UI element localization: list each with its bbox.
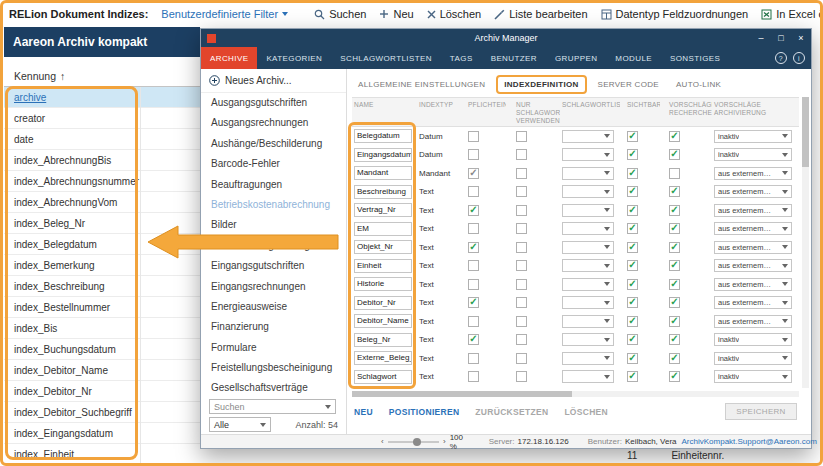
nur-schlagworte-checkbox[interactable] <box>516 334 527 345</box>
schlagwortliste-select[interactable] <box>562 185 614 198</box>
kennung-row-index-bemerkung[interactable]: index_Bemerkung <box>4 255 200 276</box>
pflichteingabe-checkbox[interactable] <box>468 149 479 160</box>
sichtbar-checkbox[interactable]: ✓ <box>627 149 638 160</box>
pflichteingabe-checkbox[interactable] <box>468 131 479 142</box>
tab-auto-link[interactable]: AUTO-LINK <box>676 80 721 89</box>
pflichteingabe-checkbox[interactable] <box>468 316 479 327</box>
pflichteingabe-checkbox[interactable] <box>468 186 479 197</box>
kennung-row-index-belegdatum[interactable]: index_Belegdatum <box>4 234 200 255</box>
vorschlaege-recherche-checkbox[interactable]: ✓ <box>669 260 680 271</box>
kennung-row-index-eingangsdatum[interactable]: index_Eingangsdatum <box>4 423 200 444</box>
pflichteingabe-checkbox[interactable]: ✓ <box>468 334 479 345</box>
dialog-titlebar[interactable]: Archiv Manager – □ × <box>201 29 811 47</box>
archive-item-bilder[interactable]: Bilder <box>201 215 346 235</box>
nur-schlagworte-checkbox[interactable] <box>516 131 527 142</box>
vorschlaege-archivierung-select[interactable]: aus externem… <box>714 241 792 254</box>
filter-dropdown[interactable]: Benutzerdefinierte Filter <box>161 8 288 20</box>
nur-schlagworte-checkbox[interactable] <box>516 353 527 364</box>
nur-schlagworte-checkbox[interactable] <box>516 186 527 197</box>
nur-schlagworte-checkbox[interactable] <box>516 316 527 327</box>
schlagwortliste-select[interactable] <box>562 204 614 217</box>
archive-item-ausgangsgutschriften[interactable]: Ausgangsgutschriften <box>201 93 346 113</box>
vorschlaege-recherche-checkbox[interactable]: ✓ <box>669 205 680 216</box>
pflichteingabe-checkbox[interactable]: ✓ <box>468 297 479 308</box>
name-input[interactable]: Beschreibung <box>354 185 412 199</box>
nur-schlagworte-checkbox[interactable] <box>516 260 527 271</box>
search-button[interactable]: Suchen <box>314 8 366 20</box>
kennung-row-date[interactable]: date <box>4 129 200 150</box>
kennung-row-index-abrechnungvom[interactable]: index_AbrechnungVom <box>4 192 200 213</box>
sichtbar-checkbox[interactable]: ✓ <box>627 279 638 290</box>
vorschlaege-recherche-checkbox[interactable]: ✓ <box>669 242 680 253</box>
vorschlaege-archivierung-select[interactable]: inaktiv <box>714 130 792 143</box>
archive-item-betriebskostenabrechnung[interactable]: Betriebskostenabrechnung <box>201 195 346 215</box>
vorschlaege-archivierung-select[interactable]: aus externem… <box>714 296 792 309</box>
kennung-row-index-bis[interactable]: index_Bis <box>4 318 200 339</box>
nur-schlagworte-checkbox[interactable] <box>516 223 527 234</box>
nur-schlagworte-checkbox[interactable] <box>516 371 527 382</box>
schlagwortliste-select[interactable] <box>562 259 614 272</box>
vertical-scrollbar-thumb[interactable] <box>802 97 809 167</box>
sichtbar-checkbox[interactable]: ✓ <box>627 316 638 327</box>
menu-kategorien[interactable]: KATEGORIEN <box>257 47 331 69</box>
nur-schlagworte-checkbox[interactable] <box>516 242 527 253</box>
vorschlaege-recherche-checkbox[interactable]: ✓ <box>669 149 680 160</box>
menu-sonstiges[interactable]: SONSTIGES <box>661 47 729 69</box>
menu-schlagwortlisten[interactable]: SCHLAGWORTLISTEN <box>331 47 441 69</box>
archive-filter-select[interactable]: Alle <box>209 417 271 432</box>
sichtbar-checkbox[interactable]: ✓ <box>627 168 638 179</box>
tab-server-code[interactable]: SERVER CODE <box>598 80 659 89</box>
archive-item-beauftragungen[interactable]: Beauftragungen <box>201 175 346 195</box>
archive-search-input[interactable]: Suchen <box>209 399 336 414</box>
schlagwortliste-select[interactable] <box>562 333 614 346</box>
kennung-row-index-beschreibung[interactable]: index_Beschreibung <box>4 276 200 297</box>
kennung-column-header[interactable]: Kennung ↑ <box>4 57 200 87</box>
sichtbar-checkbox[interactable]: ✓ <box>627 242 638 253</box>
schlagwortliste-select[interactable] <box>562 130 614 143</box>
datatype-mapping-button[interactable]: Datentyp Feldzuordnungen <box>601 8 749 20</box>
vorschlaege-archivierung-select[interactable]: inaktiv <box>714 333 792 346</box>
archive-item-freistellungsbescheinigung[interactable]: Freistellungsbescheinigung <box>201 358 346 378</box>
action-positionieren[interactable]: POSITIONIEREN <box>389 407 460 417</box>
vorschlaege-recherche-checkbox[interactable] <box>669 168 680 179</box>
name-input[interactable]: Einheit <box>354 259 412 273</box>
sichtbar-checkbox[interactable]: ✓ <box>627 131 638 142</box>
open-in-excel-button[interactable]: In Excel öffnen <box>761 8 823 20</box>
sichtbar-checkbox[interactable]: ✓ <box>627 223 638 234</box>
sichtbar-checkbox[interactable]: ✓ <box>627 334 638 345</box>
kennung-row-index-einheit[interactable]: index_Einheit <box>4 444 200 463</box>
name-input[interactable]: Debitor_Nr <box>354 296 412 310</box>
archive-item-aushänge-beschilderung[interactable]: Aushänge/Beschilderung <box>201 134 346 154</box>
archive-item-dienstleistungsvertrag[interactable]: Dienstleistungsvertrag <box>201 236 346 256</box>
vorschlaege-recherche-checkbox[interactable]: ✓ <box>669 186 680 197</box>
schlagwortliste-select[interactable] <box>562 148 614 161</box>
nur-schlagworte-checkbox[interactable] <box>516 297 527 308</box>
name-input[interactable]: Objekt_Nr <box>354 240 412 254</box>
schlagwortliste-select[interactable] <box>562 278 614 291</box>
name-input[interactable]: Vertrag_Nr <box>354 203 412 217</box>
menu-module[interactable]: MODULE <box>606 47 661 69</box>
schlagwortliste-select[interactable] <box>562 370 614 383</box>
vorschlaege-recherche-checkbox[interactable]: ✓ <box>669 316 680 327</box>
kennung-row-index-abrechnungsnummer[interactable]: index_Abrechnungsnummer <box>4 171 200 192</box>
vorschlaege-recherche-checkbox[interactable]: ✓ <box>669 223 680 234</box>
vorschlaege-archivierung-select[interactable]: aus externem… <box>714 185 792 198</box>
help-icon[interactable]: ? <box>775 52 787 64</box>
name-input[interactable]: EM <box>354 222 412 236</box>
name-input[interactable]: Belegdatum <box>354 129 412 143</box>
schlagwortliste-select[interactable] <box>562 167 614 180</box>
vorschlaege-recherche-checkbox[interactable]: ✓ <box>669 353 680 364</box>
name-input[interactable]: Debitor_Name <box>354 314 412 328</box>
archive-item-ausgangsrechnungen[interactable]: Ausgangsrechnungen <box>201 113 346 133</box>
zoom-slider-knob[interactable] <box>413 438 421 446</box>
archive-item-eingangsgutschriften[interactable]: Eingangsgutschriften <box>201 256 346 276</box>
menu-benutzer[interactable]: BENUTZER <box>482 47 546 69</box>
name-input[interactable]: Mandant <box>354 166 412 180</box>
pflichteingabe-checkbox[interactable]: ✓ <box>468 242 479 253</box>
schlagwortliste-select[interactable] <box>562 352 614 365</box>
nur-schlagworte-checkbox[interactable] <box>516 168 527 179</box>
pflichteingabe-checkbox[interactable] <box>468 353 479 364</box>
horizontal-scrollbar-thumb[interactable] <box>352 391 572 397</box>
horizontal-scrollbar[interactable] <box>352 391 799 397</box>
archive-item-energieausweise[interactable]: Energieausweise <box>201 297 346 317</box>
